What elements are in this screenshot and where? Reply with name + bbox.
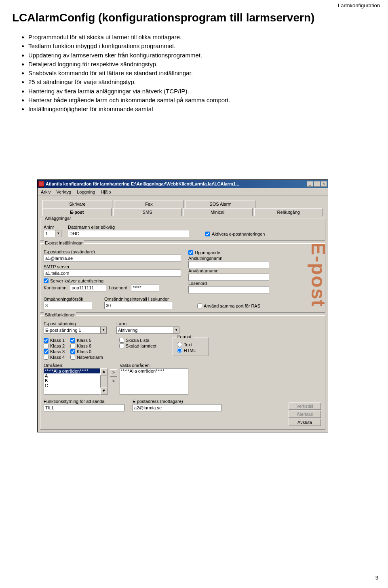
interval-input[interactable]: [104, 302, 173, 309]
send-select-label: E-post sändning: [44, 321, 112, 326]
sender-label: E-postadress (avsändare): [44, 249, 181, 254]
maximize-button[interactable]: □: [314, 181, 320, 187]
valda-listbox[interactable]: *****Alla områden*****: [120, 368, 188, 395]
mottagare-input[interactable]: [133, 404, 221, 411]
format-html-radio[interactable]: [177, 348, 182, 353]
send-select[interactable]: [44, 327, 100, 334]
omraden-listbox[interactable]: *****Alla områden***** A B C: [44, 368, 100, 395]
klass-label: Nätverkslarm: [77, 355, 103, 360]
larm-select[interactable]: [116, 327, 173, 334]
klass6-checkbox[interactable]: [70, 344, 75, 348]
move-left-button[interactable]: <: [110, 378, 117, 385]
auth-label: Server kräver autentisering: [50, 278, 103, 283]
klass1-checkbox[interactable]: [44, 338, 48, 343]
list-item[interactable]: *****Alla områden*****: [120, 369, 188, 373]
skalad-label: Skalad larmtext: [126, 344, 156, 348]
natverkslarm-checkbox[interactable]: [70, 355, 75, 360]
password-label: Lösenord:: [109, 285, 129, 290]
format-legend: Format: [176, 334, 193, 339]
skicka-lista-label: Skicka Lista: [126, 338, 150, 343]
chevron-down-icon[interactable]: ▾: [55, 230, 61, 237]
bullet-item: Inställningsmöjligheter för inkommande s…: [28, 105, 376, 113]
anslutning-label: Anslutningsnamn: [188, 256, 269, 261]
auth-checkbox[interactable]: [44, 278, 48, 283]
sender-input[interactable]: [44, 255, 181, 262]
anvandarnamn-label: Användarnamn: [188, 268, 269, 273]
anslutning-input[interactable]: [188, 261, 269, 268]
tab-minicall[interactable]: Minicall: [183, 208, 253, 216]
menu-hjalp[interactable]: Hjälp: [101, 190, 111, 194]
group-sandfunktioner: Sändfunktioner E-post sändning ▾ Larm: [40, 315, 325, 430]
retry-label: Omsändningsförsök: [44, 297, 92, 301]
klass3-checkbox[interactable]: [44, 349, 48, 354]
group-anlaggningar: Anläggningar Anlnr ▾ Datornamn eller sök…: [40, 219, 325, 241]
ras-label: Använd samma port för RAS: [204, 303, 260, 308]
klass4-checkbox[interactable]: [44, 355, 48, 360]
app-icon: [38, 181, 44, 187]
retry-input[interactable]: [44, 302, 92, 309]
ras-checkbox[interactable]: [197, 303, 202, 308]
menubar: Arkiv Verktyg Loggning Hjälp: [38, 188, 328, 196]
avsluta-button[interactable]: Avsluta: [289, 419, 321, 426]
anlnr-label: Anlnr: [44, 225, 64, 230]
skicka-lista-checkbox[interactable]: [119, 338, 124, 343]
minimize-button[interactable]: _: [307, 181, 313, 187]
move-right-button[interactable]: >: [110, 369, 117, 377]
password-input[interactable]: [131, 284, 159, 291]
mottagare-label: E-postadress (mottagare): [133, 399, 221, 404]
klass-label: Klass 3: [50, 349, 65, 354]
interval-label: Omsändningsintervall i sekunder: [104, 297, 173, 301]
klass-label: Klass 1: [50, 338, 65, 343]
activate-epost-label: Aktivera e-posthanteringen: [212, 232, 265, 236]
smtp-input[interactable]: [44, 270, 181, 277]
chevron-down-icon[interactable]: ▾: [100, 327, 107, 334]
scroll-down-icon[interactable]: ▼: [100, 388, 108, 395]
path-input[interactable]: [68, 230, 189, 237]
chevron-down-icon[interactable]: ▾: [173, 327, 179, 334]
smtp-label: SMTP server: [44, 264, 181, 269]
klass-label: Klass 0: [77, 349, 91, 354]
menu-arkiv[interactable]: Arkiv: [41, 190, 51, 194]
anvandarnamn-input[interactable]: [188, 274, 269, 281]
konto-label: Kontonamn:: [44, 285, 67, 290]
bullet-item: Snabbvals kommando för att lättare se st…: [28, 69, 376, 77]
tab-sms[interactable]: SMS: [113, 208, 182, 216]
konto-input[interactable]: [70, 284, 106, 291]
tab-sos-alarm[interactable]: SOS Alarm: [186, 200, 255, 208]
tab-skrivare[interactable]: Skrivare: [42, 200, 112, 208]
scroll-up-icon[interactable]: ▲: [100, 368, 108, 375]
aterstall-button[interactable]: Återställ: [289, 411, 321, 418]
activate-epost-checkbox[interactable]: [205, 232, 210, 236]
skalad-checkbox[interactable]: [119, 344, 124, 348]
bullet-item: Detaljerad loggning för respektive sändn…: [28, 60, 376, 68]
path-label: Datornamn eller sökväg: [68, 225, 189, 230]
group-label: E-post inställningar: [44, 240, 84, 245]
anlnr-select[interactable]: [44, 230, 55, 237]
funktionsstyrning-input[interactable]: [44, 404, 124, 411]
uppringande-label: Uppringande: [195, 250, 220, 255]
list-item[interactable]: *****Alla områden*****: [44, 369, 100, 373]
list-item[interactable]: C: [44, 383, 100, 388]
close-button[interactable]: ×: [321, 181, 327, 187]
losenord-input[interactable]: [188, 286, 269, 293]
titlebar: Atlantis konfiguration för larmhantering…: [38, 180, 328, 188]
menu-loggning[interactable]: Loggning: [77, 190, 95, 194]
klass0-checkbox[interactable]: [70, 349, 75, 354]
list-item[interactable]: A: [44, 373, 100, 378]
larm-select-label: Larm: [116, 321, 185, 326]
tab-epost[interactable]: E-post: [42, 208, 112, 216]
klass2-checkbox[interactable]: [44, 344, 48, 348]
doc-header-right: Larmkonfiguration: [338, 2, 380, 8]
valda-label: Valda områden:: [120, 363, 188, 368]
klass5-checkbox[interactable]: [70, 338, 75, 343]
tab-fax[interactable]: Fax: [114, 200, 184, 208]
klass-label: Klass 2: [50, 344, 65, 348]
omraden-label: Områden:: [44, 363, 108, 368]
uppringande-checkbox[interactable]: [188, 250, 193, 255]
list-item[interactable]: B: [44, 378, 100, 383]
menu-verktyg[interactable]: Verktyg: [56, 190, 71, 194]
format-text-radio[interactable]: [177, 342, 182, 347]
tab-relautgang[interactable]: Reläutgång: [254, 208, 323, 216]
verkstall-button[interactable]: Verkställ: [289, 403, 321, 410]
group-epost-settings: E-post inställningar E-postadress (avsän…: [40, 243, 325, 313]
